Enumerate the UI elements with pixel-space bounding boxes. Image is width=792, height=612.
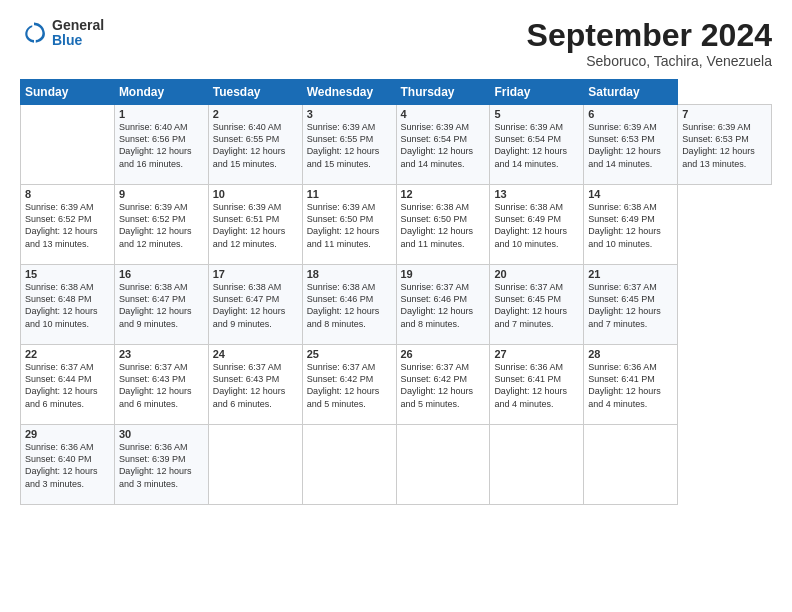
week-row-3: 15Sunrise: 6:38 AMSunset: 6:48 PMDayligh… bbox=[21, 265, 772, 345]
day-cell: 1Sunrise: 6:40 AMSunset: 6:56 PMDaylight… bbox=[114, 105, 208, 185]
day-cell bbox=[208, 425, 302, 505]
day-number: 13 bbox=[494, 188, 579, 200]
day-number: 28 bbox=[588, 348, 673, 360]
day-cell: 8Sunrise: 6:39 AMSunset: 6:52 PMDaylight… bbox=[21, 185, 115, 265]
day-cell bbox=[302, 425, 396, 505]
calendar-page: General Blue September 2024 Seboruco, Ta… bbox=[0, 0, 792, 612]
logo: General Blue bbox=[20, 18, 104, 49]
day-number: 1 bbox=[119, 108, 204, 120]
col-wednesday: Wednesday bbox=[302, 80, 396, 105]
day-info: Sunrise: 6:36 AMSunset: 6:41 PMDaylight:… bbox=[588, 362, 661, 408]
day-info: Sunrise: 6:38 AMSunset: 6:48 PMDaylight:… bbox=[25, 282, 98, 328]
day-info: Sunrise: 6:37 AMSunset: 6:43 PMDaylight:… bbox=[213, 362, 286, 408]
day-cell: 15Sunrise: 6:38 AMSunset: 6:48 PMDayligh… bbox=[21, 265, 115, 345]
day-info: Sunrise: 6:38 AMSunset: 6:50 PMDaylight:… bbox=[401, 202, 474, 248]
day-cell: 29Sunrise: 6:36 AMSunset: 6:40 PMDayligh… bbox=[21, 425, 115, 505]
day-number: 24 bbox=[213, 348, 298, 360]
day-info: Sunrise: 6:36 AMSunset: 6:39 PMDaylight:… bbox=[119, 442, 192, 488]
day-info: Sunrise: 6:37 AMSunset: 6:46 PMDaylight:… bbox=[401, 282, 474, 328]
day-number: 4 bbox=[401, 108, 486, 120]
day-number: 15 bbox=[25, 268, 110, 280]
day-number: 25 bbox=[307, 348, 392, 360]
day-cell: 25Sunrise: 6:37 AMSunset: 6:42 PMDayligh… bbox=[302, 345, 396, 425]
calendar-header: Sunday Monday Tuesday Wednesday Thursday… bbox=[21, 80, 772, 105]
day-number: 6 bbox=[588, 108, 673, 120]
day-info: Sunrise: 6:37 AMSunset: 6:42 PMDaylight:… bbox=[307, 362, 380, 408]
day-info: Sunrise: 6:39 AMSunset: 6:50 PMDaylight:… bbox=[307, 202, 380, 248]
week-row-4: 22Sunrise: 6:37 AMSunset: 6:44 PMDayligh… bbox=[21, 345, 772, 425]
day-number: 26 bbox=[401, 348, 486, 360]
day-cell bbox=[21, 105, 115, 185]
day-info: Sunrise: 6:40 AMSunset: 6:55 PMDaylight:… bbox=[213, 122, 286, 168]
day-number: 7 bbox=[682, 108, 767, 120]
day-cell: 14Sunrise: 6:38 AMSunset: 6:49 PMDayligh… bbox=[584, 185, 678, 265]
day-number: 29 bbox=[25, 428, 110, 440]
calendar-table: Sunday Monday Tuesday Wednesday Thursday… bbox=[20, 79, 772, 505]
day-info: Sunrise: 6:38 AMSunset: 6:49 PMDaylight:… bbox=[494, 202, 567, 248]
day-cell: 10Sunrise: 6:39 AMSunset: 6:51 PMDayligh… bbox=[208, 185, 302, 265]
day-number: 12 bbox=[401, 188, 486, 200]
day-cell: 2Sunrise: 6:40 AMSunset: 6:55 PMDaylight… bbox=[208, 105, 302, 185]
week-row-2: 8Sunrise: 6:39 AMSunset: 6:52 PMDaylight… bbox=[21, 185, 772, 265]
day-cell: 26Sunrise: 6:37 AMSunset: 6:42 PMDayligh… bbox=[396, 345, 490, 425]
day-cell bbox=[584, 425, 678, 505]
day-number: 20 bbox=[494, 268, 579, 280]
month-title: September 2024 bbox=[527, 18, 772, 53]
day-cell: 27Sunrise: 6:36 AMSunset: 6:41 PMDayligh… bbox=[490, 345, 584, 425]
day-cell: 3Sunrise: 6:39 AMSunset: 6:55 PMDaylight… bbox=[302, 105, 396, 185]
day-info: Sunrise: 6:39 AMSunset: 6:51 PMDaylight:… bbox=[213, 202, 286, 248]
day-cell: 6Sunrise: 6:39 AMSunset: 6:53 PMDaylight… bbox=[584, 105, 678, 185]
week-row-5: 29Sunrise: 6:36 AMSunset: 6:40 PMDayligh… bbox=[21, 425, 772, 505]
day-info: Sunrise: 6:38 AMSunset: 6:49 PMDaylight:… bbox=[588, 202, 661, 248]
day-info: Sunrise: 6:40 AMSunset: 6:56 PMDaylight:… bbox=[119, 122, 192, 168]
header: General Blue September 2024 Seboruco, Ta… bbox=[20, 18, 772, 69]
day-cell: 21Sunrise: 6:37 AMSunset: 6:45 PMDayligh… bbox=[584, 265, 678, 345]
day-cell: 16Sunrise: 6:38 AMSunset: 6:47 PMDayligh… bbox=[114, 265, 208, 345]
logo-blue-text: Blue bbox=[52, 33, 104, 48]
col-monday: Monday bbox=[114, 80, 208, 105]
day-cell: 19Sunrise: 6:37 AMSunset: 6:46 PMDayligh… bbox=[396, 265, 490, 345]
col-friday: Friday bbox=[490, 80, 584, 105]
day-number: 23 bbox=[119, 348, 204, 360]
day-cell: 23Sunrise: 6:37 AMSunset: 6:43 PMDayligh… bbox=[114, 345, 208, 425]
day-info: Sunrise: 6:37 AMSunset: 6:45 PMDaylight:… bbox=[494, 282, 567, 328]
logo-general-text: General bbox=[52, 18, 104, 33]
title-block: September 2024 Seboruco, Tachira, Venezu… bbox=[527, 18, 772, 69]
day-info: Sunrise: 6:36 AMSunset: 6:40 PMDaylight:… bbox=[25, 442, 98, 488]
day-number: 30 bbox=[119, 428, 204, 440]
logo-text: General Blue bbox=[52, 18, 104, 49]
col-thursday: Thursday bbox=[396, 80, 490, 105]
day-info: Sunrise: 6:38 AMSunset: 6:47 PMDaylight:… bbox=[213, 282, 286, 328]
day-number: 18 bbox=[307, 268, 392, 280]
day-cell bbox=[490, 425, 584, 505]
day-info: Sunrise: 6:39 AMSunset: 6:54 PMDaylight:… bbox=[494, 122, 567, 168]
day-info: Sunrise: 6:39 AMSunset: 6:54 PMDaylight:… bbox=[401, 122, 474, 168]
day-cell: 30Sunrise: 6:36 AMSunset: 6:39 PMDayligh… bbox=[114, 425, 208, 505]
day-info: Sunrise: 6:39 AMSunset: 6:53 PMDaylight:… bbox=[588, 122, 661, 168]
logo-icon bbox=[20, 19, 48, 47]
col-tuesday: Tuesday bbox=[208, 80, 302, 105]
day-cell: 5Sunrise: 6:39 AMSunset: 6:54 PMDaylight… bbox=[490, 105, 584, 185]
day-info: Sunrise: 6:38 AMSunset: 6:46 PMDaylight:… bbox=[307, 282, 380, 328]
day-cell: 17Sunrise: 6:38 AMSunset: 6:47 PMDayligh… bbox=[208, 265, 302, 345]
day-number: 3 bbox=[307, 108, 392, 120]
day-number: 17 bbox=[213, 268, 298, 280]
day-info: Sunrise: 6:37 AMSunset: 6:42 PMDaylight:… bbox=[401, 362, 474, 408]
day-number: 10 bbox=[213, 188, 298, 200]
day-cell: 9Sunrise: 6:39 AMSunset: 6:52 PMDaylight… bbox=[114, 185, 208, 265]
day-info: Sunrise: 6:37 AMSunset: 6:45 PMDaylight:… bbox=[588, 282, 661, 328]
day-cell: 18Sunrise: 6:38 AMSunset: 6:46 PMDayligh… bbox=[302, 265, 396, 345]
day-number: 21 bbox=[588, 268, 673, 280]
day-info: Sunrise: 6:39 AMSunset: 6:53 PMDaylight:… bbox=[682, 122, 755, 168]
day-info: Sunrise: 6:36 AMSunset: 6:41 PMDaylight:… bbox=[494, 362, 567, 408]
day-number: 11 bbox=[307, 188, 392, 200]
day-info: Sunrise: 6:37 AMSunset: 6:43 PMDaylight:… bbox=[119, 362, 192, 408]
day-cell: 24Sunrise: 6:37 AMSunset: 6:43 PMDayligh… bbox=[208, 345, 302, 425]
day-cell: 11Sunrise: 6:39 AMSunset: 6:50 PMDayligh… bbox=[302, 185, 396, 265]
day-number: 22 bbox=[25, 348, 110, 360]
day-cell bbox=[396, 425, 490, 505]
day-number: 8 bbox=[25, 188, 110, 200]
day-cell: 22Sunrise: 6:37 AMSunset: 6:44 PMDayligh… bbox=[21, 345, 115, 425]
day-number: 27 bbox=[494, 348, 579, 360]
col-sunday: Sunday bbox=[21, 80, 115, 105]
